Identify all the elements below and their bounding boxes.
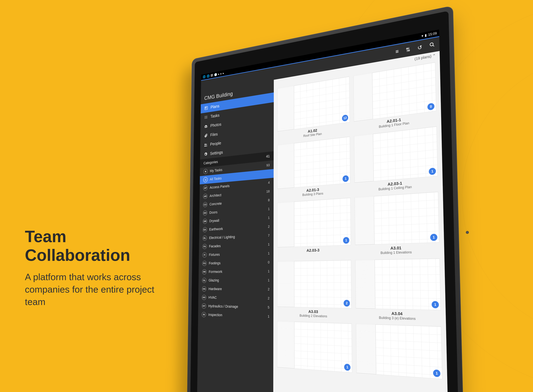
screen: 🌐 🌐 🖼 🕐 ▸ ▸ ▸ ▾ ▮ 15:09 ≡ (197, 29, 449, 392)
plan-code: A3.04 (391, 311, 403, 316)
wifi-icon: ▾ (421, 34, 423, 38)
category-count: 1 (268, 314, 269, 318)
svg-rect-3 (205, 107, 206, 108)
category-count: 2 (268, 287, 269, 291)
category-label: Fixtures (209, 251, 265, 257)
people-icon (204, 142, 208, 148)
plan-card[interactable]: 1 (277, 321, 352, 375)
plan-card[interactable]: 0 A2.01-1 Building 1 Floor Plan (353, 62, 437, 132)
plan-card[interactable]: 1 A2.03-3 (277, 198, 351, 257)
plan-thumbnail: 1 (277, 198, 351, 247)
category-item[interactable]: HAHardware2 (198, 285, 274, 294)
photos-icon (204, 124, 208, 129)
svg-rect-5 (206, 116, 208, 116)
status-time: 15:09 (428, 31, 437, 37)
globe-icon: 🌐 (203, 75, 206, 79)
plan-badge: 2 (344, 300, 350, 307)
files-icon (204, 133, 208, 138)
category-label: Drywall (209, 216, 266, 223)
plan-name: Building 1 Elevations (380, 250, 412, 255)
nav-label: Photos (210, 122, 221, 128)
category-count: 1 (268, 207, 270, 211)
category-count: 1 (268, 242, 270, 246)
svg-point-0 (430, 42, 433, 46)
category-label: Formwork (209, 269, 265, 274)
category-label: Doors (209, 207, 265, 215)
globe-icon: 🌐 (207, 74, 210, 78)
category-count: 1 (268, 269, 269, 273)
plan-code: A3.01 (390, 246, 401, 251)
plan-thumbnail: 1 (355, 192, 439, 245)
plan-name: Building 3 (e) Elevations (379, 316, 416, 321)
plan-card[interactable]: 1 A2.01-3 Building 3 Plans (277, 136, 350, 199)
category-code-badge: HA (202, 286, 207, 292)
category-label: HVAC (208, 295, 265, 300)
category-code-badge: AP (203, 185, 208, 191)
search-icon[interactable] (429, 42, 435, 49)
plan-card[interactable]: 12 A1.02 Roof Site Plan (277, 76, 350, 141)
plan-card[interactable]: 1 (356, 324, 442, 381)
grid-icon: ⊞ (203, 177, 208, 182)
category-code-badge: AR (203, 194, 208, 199)
category-count: 0 (268, 260, 269, 264)
tasks-icon (204, 115, 208, 120)
nav-label: Plans (211, 103, 219, 110)
plan-card[interactable]: 1 A3.01 Building 1 Elevations (355, 192, 439, 256)
category-count: 1 (268, 216, 270, 220)
category-label: Hardware (209, 287, 265, 291)
plan-thumbnail: 12 (277, 76, 350, 131)
category-count: 1 (268, 278, 269, 282)
category-item[interactable]: FRFormwork1 (199, 267, 274, 276)
plan-card[interactable]: 2 A3.03 Building 2 Elevations (277, 260, 352, 319)
category-item[interactable]: GLGlazing1 (198, 276, 274, 285)
svg-point-12 (206, 144, 207, 145)
plan-thumbnail: 1 (354, 126, 438, 183)
category-code-badge: FR (202, 269, 207, 275)
nav-label: Settings (210, 150, 223, 156)
chevron-up-icon: ⌃ (432, 53, 436, 58)
nav-label: Files (210, 131, 218, 137)
svg-rect-9 (205, 118, 207, 118)
tablet-frame: 🌐 🌐 🖼 🕐 ▸ ▸ ▸ ▾ ▮ 15:09 ≡ (187, 5, 465, 392)
category-code-badge: FI (202, 252, 207, 258)
star-icon: ★ (203, 169, 208, 174)
category-item[interactable]: FOFootings0 (199, 258, 274, 268)
play-icon: ▸ (223, 71, 224, 75)
plan-name: Building 2 Elevations (300, 314, 327, 318)
history-icon[interactable]: ↺ (417, 44, 422, 51)
plan-card[interactable]: 1 A3.04 Building 3 (e) Elevations (355, 258, 441, 322)
category-label: Footings (209, 260, 265, 266)
svg-rect-6 (205, 117, 205, 117)
category-count: 2 (268, 224, 270, 229)
plan-name: Building 3 Plans (302, 191, 323, 197)
svg-line-1 (433, 45, 434, 47)
category-label: Glazing (209, 278, 265, 282)
plan-card[interactable]: 1 A2.03-1 Building 1 Ceiling Plan (354, 126, 438, 193)
category-label: Hydraulics / Drainage (208, 304, 265, 310)
category-code-badge: EA (203, 227, 207, 232)
plan-thumbnail: 1 (277, 321, 352, 373)
category-code-badge: HY (202, 303, 206, 308)
category-code-badge: FO (202, 261, 207, 266)
svg-rect-7 (206, 117, 208, 117)
category-count: 5 (268, 305, 269, 309)
category-count: 18 (266, 189, 270, 193)
category-count: 93 (266, 163, 270, 168)
menu-icon[interactable]: ≡ (396, 48, 399, 55)
category-code-badge: CO (203, 202, 207, 207)
category-label: Inspection (208, 313, 265, 318)
category-code-badge: DO (203, 210, 207, 215)
play-icon: ▸ (221, 72, 222, 76)
settings-icon (204, 152, 208, 157)
image-icon: 🖼 (211, 74, 213, 77)
svg-point-11 (204, 144, 206, 145)
sidebar: CMG Building PlansTasksPhotosFilesPeople… (197, 80, 274, 392)
category-count: 8 (268, 198, 269, 202)
category-label: Electrical / Lighting (209, 233, 265, 240)
play-icon: ▸ (218, 72, 219, 76)
plan-thumbnail: 2 (277, 260, 352, 308)
category-item[interactable]: HVHVAC2 (198, 293, 274, 303)
category-item[interactable]: INInspection1 (198, 310, 274, 321)
filter-icon[interactable]: ⇅ (406, 46, 410, 53)
svg-rect-4 (205, 116, 205, 117)
